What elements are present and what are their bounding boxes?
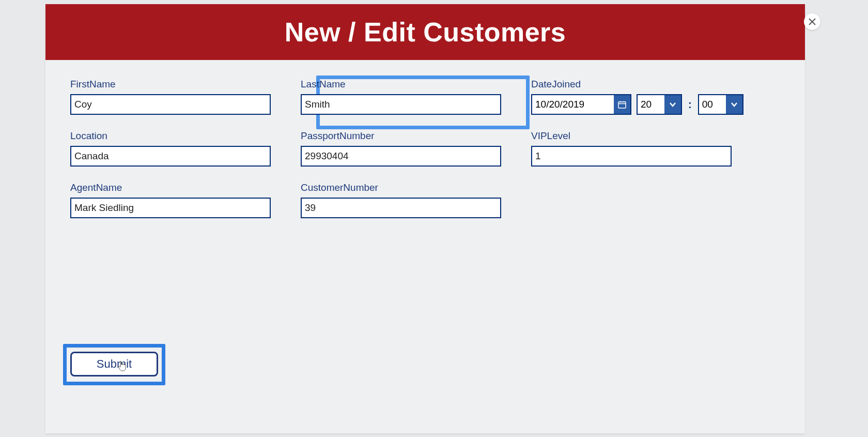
page-title: New / Edit Customers xyxy=(285,17,566,48)
form-row-1: FirstName LastName DateJoined xyxy=(70,79,780,115)
first-name-label: FirstName xyxy=(70,79,271,90)
form-row-3: AgentName CustomerNumber xyxy=(70,182,780,218)
field-customer-number: CustomerNumber xyxy=(301,182,501,218)
minute-input[interactable] xyxy=(699,95,726,114)
chevron-down-icon xyxy=(669,101,676,108)
hour-input[interactable] xyxy=(638,95,664,114)
svg-rect-2 xyxy=(618,102,626,108)
time-separator: : xyxy=(687,99,693,111)
passport-number-label: PassportNumber xyxy=(301,130,501,142)
vip-level-input[interactable] xyxy=(531,146,732,167)
date-input[interactable] xyxy=(532,95,614,114)
chevron-down-icon xyxy=(731,101,738,108)
field-location: Location xyxy=(70,130,271,167)
first-name-input[interactable] xyxy=(70,94,271,115)
passport-number-input[interactable] xyxy=(301,146,501,167)
customer-number-input[interactable] xyxy=(301,198,501,218)
field-agent-name: AgentName xyxy=(70,182,271,218)
date-time-group: : xyxy=(531,94,732,115)
submit-button[interactable]: Submit xyxy=(70,352,158,376)
location-label: Location xyxy=(70,130,271,142)
calendar-icon xyxy=(618,100,626,109)
calendar-button[interactable] xyxy=(614,95,630,114)
field-vip-level: VIPLevel xyxy=(531,130,732,167)
minute-dropdown-button[interactable] xyxy=(726,95,742,114)
location-input[interactable] xyxy=(70,146,271,167)
date-picker xyxy=(531,94,631,115)
page-root: New / Edit Customers FirstName LastName … xyxy=(0,0,868,437)
form-row-2: Location PassportNumber VIPLevel xyxy=(70,130,780,167)
agent-name-input[interactable] xyxy=(70,198,271,218)
hour-picker xyxy=(637,94,682,115)
hour-dropdown-button[interactable] xyxy=(664,95,681,114)
close-icon xyxy=(809,18,816,25)
customer-number-label: CustomerNumber xyxy=(301,182,501,193)
field-date-joined: DateJoined xyxy=(531,79,732,115)
field-last-name: LastName xyxy=(301,79,501,115)
submit-area: Submit xyxy=(70,352,158,376)
modal-header: New / Edit Customers xyxy=(45,4,805,60)
field-first-name: FirstName xyxy=(70,79,271,115)
last-name-label: LastName xyxy=(301,79,501,90)
form-area: FirstName LastName DateJoined xyxy=(45,60,805,218)
close-button[interactable] xyxy=(804,13,820,30)
last-name-input[interactable] xyxy=(301,94,501,115)
agent-name-label: AgentName xyxy=(70,182,271,193)
vip-level-label: VIPLevel xyxy=(531,130,732,142)
modal-panel: New / Edit Customers FirstName LastName … xyxy=(45,4,805,433)
field-passport-number: PassportNumber xyxy=(301,130,501,167)
minute-picker xyxy=(698,94,743,115)
date-joined-label: DateJoined xyxy=(531,79,732,90)
